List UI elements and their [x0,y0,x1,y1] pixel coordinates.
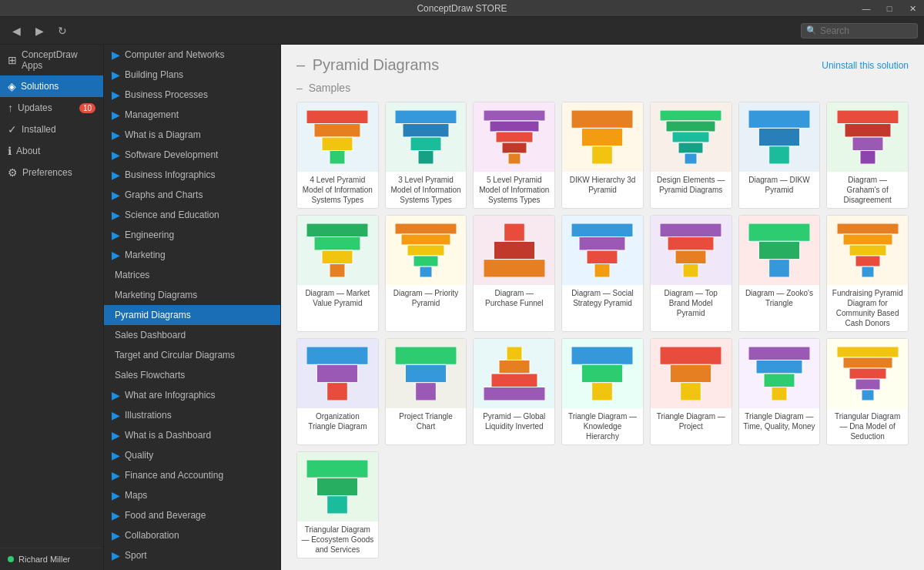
diagram-card[interactable]: Diagram — Graham's of Disagreement [826,102,909,209]
nav-science-education[interactable]: ▶ Science and Education [104,205,280,225]
diagram-card[interactable]: 4 Level Pyramid Model of Information Sys… [296,102,379,209]
uninstall-link[interactable]: Uninstall this solution [822,60,909,71]
nav-graphs-charts[interactable]: ▶ Graphs and Charts [104,185,280,205]
sidebar-item-updates-label: Updates [18,102,52,113]
back-button[interactable]: ◀ [6,21,26,41]
svg-marker-58 [327,383,348,401]
nav-building-plans[interactable]: ▶ Building Plans [104,65,280,85]
diagram-card[interactable]: Diagram — Market Value Pyramid [296,215,379,332]
diagram-card[interactable]: Triangular Diagram — Ecosystem Goods and… [296,451,379,558]
nav-quality[interactable]: ▶ Quality [104,445,280,465]
nav-pyramid-diagrams[interactable]: Pyramid Diagrams [104,305,280,325]
svg-marker-52 [843,234,892,245]
diagram-card[interactable]: Diagram — Priority Pyramid [385,215,467,332]
diagram-card[interactable]: Pyramid — Global Liquidity Inverted [473,338,555,445]
svg-marker-30 [322,250,353,264]
nav-marketing[interactable]: ▶ Marketing [104,245,280,265]
sidebar-item-solutions[interactable]: ◈ Solutions [0,75,103,97]
diagram-card[interactable]: Organization Triangle Diagram [296,338,379,445]
svg-marker-4 [395,110,457,124]
nav-target-circular[interactable]: Target and Circular Diagrams [104,345,280,365]
nav-what-is-dashboard[interactable]: ▶ What is a Dashboard [104,425,280,445]
sidebar-item-installed[interactable]: ✓ Installed [0,119,103,140]
arrow-icon: ▶ [112,429,120,441]
nav-software-dev[interactable]: ▶ Software Development [104,145,280,165]
diagram-card[interactable]: Diagram — Top Brand Model Pyramid [650,215,732,332]
sidebar-item-updates[interactable]: ↑ Updates 10 [0,97,103,119]
diagram-card[interactable]: 3 Level Pyramid Model of Information Sys… [385,102,467,209]
pyramid-image [651,102,732,172]
svg-marker-10 [496,132,533,142]
diagram-thumbnail [651,216,732,285]
search-input[interactable] [820,25,912,36]
svg-marker-68 [592,383,613,401]
nav-label: Finance and Accounting [125,470,223,481]
arrow-icon: ▶ [112,169,120,181]
nav-sales-dashboard[interactable]: Sales Dashboard [104,325,280,345]
arrow-icon: ▶ [112,189,120,201]
diagram-card[interactable]: DIKW Hierarchy 3d Pyramid [561,102,644,209]
diagram-thumbnail [562,339,643,408]
sidebar-item-preferences[interactable]: ⚙ Preferences [0,162,103,183]
nav-what-is-diagram[interactable]: ▶ What is a Diagram [104,125,280,145]
nav-matrices[interactable]: Matrices [104,265,280,285]
nav-collaboration[interactable]: ▶ Collaboration [104,525,280,545]
forward-button[interactable]: ▶ [29,21,49,41]
diagram-card[interactable]: 5 Level Pyramid Model of Information Sys… [473,102,555,209]
diagram-card[interactable]: Triangular Diagram — Dna Model of Seduct… [826,338,909,445]
nav-project-management[interactable]: ▶ Project Management [104,565,280,570]
nav-management[interactable]: ▶ Management [104,105,280,125]
arrow-icon: ▶ [112,389,120,401]
nav-label: Engineering [125,230,174,240]
diagram-card[interactable]: Diagram — Purchase Funnel [473,215,555,332]
arrow-icon: ▶ [112,69,120,81]
diagram-label: Diagram — Top Brand Model Pyramid [651,285,732,321]
nav-business-infographics[interactable]: ▶ Business Infographics [104,165,280,185]
sidebar-item-apps[interactable]: ⊞ ConceptDraw Apps [0,45,103,75]
diagram-card[interactable]: Diagram — Social Strategy Pyramid [561,215,644,332]
nav-sport[interactable]: ▶ Sport [104,545,280,565]
diagram-thumbnail [474,339,554,408]
diagram-label: Triangle Diagram — Knowledge Hierarchy [562,408,643,444]
arrow-icon: ▶ [112,469,120,481]
pyramid-image [474,339,554,408]
nav-food-beverage[interactable]: ▶ Food and Beverage [104,505,280,525]
svg-marker-73 [756,360,802,374]
diagram-card[interactable]: Fundraising Pyramid Diagram for Communit… [826,215,909,332]
svg-marker-0 [306,110,368,124]
minimize-button[interactable]: — [855,0,878,17]
svg-marker-53 [849,245,886,256]
diagram-thumbnail [474,216,554,285]
svg-marker-50 [769,260,790,277]
search-icon: 🔍 [806,25,817,35]
nav-marketing-diagrams[interactable]: Marketing Diagrams [104,285,280,305]
arrow-icon: ▶ [112,509,120,521]
sidebar-item-about[interactable]: ℹ About [0,140,103,162]
refresh-button[interactable]: ↻ [52,21,72,41]
sidebar-item-solutions-label: Solutions [21,81,59,92]
nav-engineering[interactable]: ▶ Engineering [104,225,280,245]
maximize-button[interactable]: □ [878,0,901,17]
svg-marker-47 [683,264,698,278]
nav-business-processes[interactable]: ▶ Business Processes [104,85,280,105]
svg-marker-54 [855,256,880,267]
arrow-icon: ▶ [112,149,120,161]
svg-marker-34 [407,245,444,256]
nav-sales-flowcharts[interactable]: Sales Flowcharts [104,365,280,385]
nav-computer-networks[interactable]: ▶ Computer and Networks [104,45,280,65]
svg-marker-6 [410,137,441,151]
diagram-card[interactable]: Diagram — DIKW Pyramid [738,102,821,209]
diagram-card[interactable]: Project Triangle Chart [385,338,467,445]
diagram-card[interactable]: Triangle Diagram — Knowledge Hierarchy [561,338,644,445]
svg-marker-19 [678,142,703,153]
diagram-card[interactable]: Design Elements — Pyramid Diagrams [650,102,732,209]
nav-finance-accounting[interactable]: ▶ Finance and Accounting [104,465,280,485]
diagram-card[interactable]: Diagram — Zooko's Triangle [738,215,821,332]
diagram-card[interactable]: Triangle Diagram — Time, Quality, Money [738,338,821,445]
nav-infographics[interactable]: ▶ What are Infographics [104,385,280,405]
nav-illustrations[interactable]: ▶ Illustrations [104,405,280,425]
nav-maps[interactable]: ▶ Maps [104,485,280,505]
close-button[interactable]: ✕ [901,0,924,17]
diagram-card[interactable]: Triangle Diagram — Project [650,338,732,445]
diagram-thumbnail [562,102,643,172]
